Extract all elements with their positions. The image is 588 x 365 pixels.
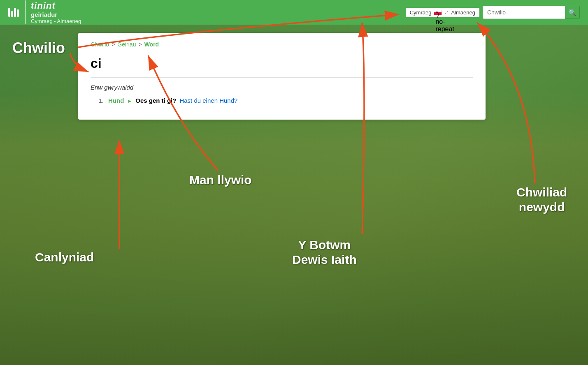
trans-word-hund[interactable]: Hund	[108, 97, 124, 104]
annotation-chwiliad-newydd: Chwiliadnewydd	[516, 185, 567, 215]
logo-area: tinint geiriadur Cymraeg - Almaeneg	[8, 0, 81, 24]
breadcrumb-word: Word	[144, 41, 159, 48]
trans-bold-text: Oes gen ti gi?	[135, 97, 176, 104]
logo-subtitle: geiriadur	[31, 11, 81, 18]
search-input[interactable]	[483, 6, 565, 19]
breadcrumb-geiriau[interactable]: Geiriau	[117, 41, 136, 48]
logo-bar-4	[17, 9, 19, 17]
logo-bars	[8, 8, 19, 17]
annotation-chwilio: Chwilio	[12, 39, 65, 57]
logo-text-area: tinint geiriadur Cymraeg - Almaeneg	[25, 0, 81, 24]
search-button[interactable]: 🔍	[565, 6, 580, 19]
logo-icon	[8, 8, 19, 17]
logo-bar-2	[11, 11, 13, 17]
logo-subtitle2: Cymraeg - Almaeneg	[31, 18, 81, 24]
word-category: Enw gwrywaidd	[91, 84, 473, 91]
lang-almaeneg: Almaeneg	[451, 9, 475, 16]
annotation-man-llywio: Man llywio	[189, 173, 252, 187]
flag-arrow: ⇌	[444, 9, 449, 15]
logo-name[interactable]: tinint	[31, 0, 81, 11]
annotation-botwm-dewis-iaith: Y BotwmDewis Iaith	[292, 238, 357, 267]
trans-arrow: ►	[127, 98, 132, 104]
search-area: 🔍	[483, 6, 580, 19]
word-title: ci	[91, 56, 473, 78]
trans-number: 1.	[99, 97, 105, 104]
lang-cymraeg: Cymraeg	[410, 9, 432, 16]
translation-list: 1. Hund ► Oes gen ti gi? Hast du einen H…	[91, 97, 473, 104]
search-icon: 🔍	[568, 9, 576, 16]
flag-cymraeg: ') no-repeat center/cover;">	[434, 10, 442, 15]
breadcrumb: Chwilio > Geiriau > Word	[91, 41, 473, 48]
breadcrumb-sep-1: >	[112, 41, 115, 48]
translation-item: 1. Hund ► Oes gen ti gi? Hast du einen H…	[99, 97, 473, 104]
trans-example[interactable]: Hast du einen Hund?	[179, 97, 237, 104]
breadcrumb-chwilio[interactable]: Chwilio	[91, 41, 109, 48]
header: tinint geiriadur Cymraeg - Almaeneg Cymr…	[0, 0, 588, 25]
lang-switcher[interactable]: Cymraeg ') no-repeat center/cover;"> ⇌ A…	[406, 8, 479, 17]
logo-bar-3	[14, 8, 16, 17]
annotation-canlyniad: Canlyniad	[35, 250, 94, 265]
logo-bar-1	[8, 8, 10, 17]
main-card: Chwilio > Geiriau > Word ci Enw gwrywaid…	[78, 33, 486, 120]
breadcrumb-sep-2: >	[138, 41, 142, 48]
